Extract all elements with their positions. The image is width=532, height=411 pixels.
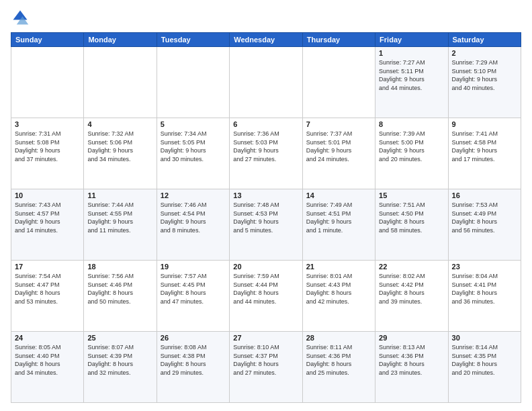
day-number: 3 — [15, 120, 80, 128]
day-info: Sunrise: 7:37 AM Sunset: 5:01 PM Dayligh… — [306, 130, 371, 163]
header-cell-saturday: Saturday — [448, 33, 521, 47]
header-cell-thursday: Thursday — [302, 33, 375, 47]
day-info: Sunrise: 8:10 AM Sunset: 4:37 PM Dayligh… — [233, 343, 298, 377]
calendar-week-5: 24Sunrise: 8:05 AM Sunset: 4:40 PM Dayli… — [11, 332, 521, 403]
day-info: Sunrise: 7:36 AM Sunset: 5:03 PM Dayligh… — [233, 130, 298, 163]
calendar-cell: 22Sunrise: 8:02 AM Sunset: 4:42 PM Dayli… — [375, 261, 448, 332]
day-number: 16 — [452, 191, 517, 199]
calendar-header: SundayMondayTuesdayWednesdayThursdayFrid… — [11, 33, 521, 47]
day-info: Sunrise: 7:31 AM Sunset: 5:08 PM Dayligh… — [15, 130, 80, 163]
day-info: Sunrise: 7:48 AM Sunset: 4:53 PM Dayligh… — [233, 201, 298, 234]
calendar-cell: 29Sunrise: 8:13 AM Sunset: 4:36 PM Dayli… — [375, 332, 448, 403]
day-number: 29 — [379, 334, 444, 342]
calendar-table: SundayMondayTuesdayWednesdayThursdayFrid… — [11, 32, 521, 403]
day-info: Sunrise: 7:34 AM Sunset: 5:05 PM Dayligh… — [161, 130, 226, 163]
calendar-cell: 11Sunrise: 7:44 AM Sunset: 4:55 PM Dayli… — [84, 189, 157, 261]
calendar-cell: 7Sunrise: 7:37 AM Sunset: 5:01 PM Daylig… — [302, 118, 375, 189]
calendar-cell: 10Sunrise: 7:43 AM Sunset: 4:57 PM Dayli… — [11, 189, 84, 261]
calendar-cell: 5Sunrise: 7:34 AM Sunset: 5:05 PM Daylig… — [157, 118, 229, 189]
day-number: 18 — [87, 263, 152, 271]
day-number: 13 — [233, 191, 298, 199]
calendar-cell: 17Sunrise: 7:54 AM Sunset: 4:47 PM Dayli… — [11, 261, 84, 332]
calendar-cell: 1Sunrise: 7:27 AM Sunset: 5:11 PM Daylig… — [375, 47, 448, 118]
calendar-cell — [157, 47, 229, 118]
header-cell-friday: Friday — [375, 33, 448, 47]
day-info: Sunrise: 8:13 AM Sunset: 4:36 PM Dayligh… — [379, 343, 444, 377]
calendar-week-4: 17Sunrise: 7:54 AM Sunset: 4:47 PM Dayli… — [11, 261, 521, 332]
day-number: 22 — [379, 263, 444, 271]
day-number: 9 — [452, 120, 517, 128]
header-cell-sunday: Sunday — [11, 33, 84, 47]
calendar-cell — [84, 47, 157, 118]
day-number: 4 — [87, 120, 152, 128]
day-info: Sunrise: 7:32 AM Sunset: 5:06 PM Dayligh… — [87, 130, 152, 163]
day-number: 20 — [233, 263, 298, 271]
day-info: Sunrise: 7:54 AM Sunset: 4:47 PM Dayligh… — [15, 272, 80, 306]
calendar-cell: 13Sunrise: 7:48 AM Sunset: 4:53 PM Dayli… — [230, 189, 302, 261]
day-info: Sunrise: 7:51 AM Sunset: 4:50 PM Dayligh… — [379, 201, 444, 234]
calendar-cell: 30Sunrise: 8:14 AM Sunset: 4:35 PM Dayli… — [448, 332, 521, 403]
header — [11, 8, 521, 27]
day-info: Sunrise: 8:05 AM Sunset: 4:40 PM Dayligh… — [15, 343, 80, 377]
logo — [11, 8, 32, 27]
calendar-cell: 20Sunrise: 7:59 AM Sunset: 4:44 PM Dayli… — [230, 261, 302, 332]
day-info: Sunrise: 7:39 AM Sunset: 5:00 PM Dayligh… — [379, 130, 444, 163]
day-number: 5 — [161, 120, 226, 128]
calendar-cell — [302, 47, 375, 118]
day-number: 10 — [15, 191, 80, 199]
day-info: Sunrise: 7:44 AM Sunset: 4:55 PM Dayligh… — [87, 201, 152, 234]
day-info: Sunrise: 7:43 AM Sunset: 4:57 PM Dayligh… — [15, 201, 80, 234]
day-info: Sunrise: 7:41 AM Sunset: 4:58 PM Dayligh… — [452, 130, 517, 163]
day-number: 2 — [452, 49, 517, 57]
calendar-cell: 9Sunrise: 7:41 AM Sunset: 4:58 PM Daylig… — [448, 118, 521, 189]
calendar-cell: 4Sunrise: 7:32 AM Sunset: 5:06 PM Daylig… — [84, 118, 157, 189]
calendar-cell: 28Sunrise: 8:11 AM Sunset: 4:36 PM Dayli… — [302, 332, 375, 403]
day-number: 12 — [161, 191, 226, 199]
calendar-cell: 23Sunrise: 8:04 AM Sunset: 4:41 PM Dayli… — [448, 261, 521, 332]
day-number: 27 — [233, 334, 298, 342]
calendar-cell: 24Sunrise: 8:05 AM Sunset: 4:40 PM Dayli… — [11, 332, 84, 403]
day-number: 23 — [452, 263, 517, 271]
calendar-cell: 26Sunrise: 8:08 AM Sunset: 4:38 PM Dayli… — [157, 332, 229, 403]
day-number: 8 — [379, 120, 444, 128]
day-info: Sunrise: 7:56 AM Sunset: 4:46 PM Dayligh… — [87, 272, 152, 306]
svg-marker-0 — [13, 11, 28, 20]
calendar-cell: 16Sunrise: 7:53 AM Sunset: 4:49 PM Dayli… — [448, 189, 521, 261]
day-number: 6 — [233, 120, 298, 128]
day-number: 19 — [161, 263, 226, 271]
day-number: 11 — [87, 191, 152, 199]
day-number: 26 — [161, 334, 226, 342]
calendar-week-3: 10Sunrise: 7:43 AM Sunset: 4:57 PM Dayli… — [11, 189, 521, 261]
day-info: Sunrise: 8:08 AM Sunset: 4:38 PM Dayligh… — [161, 343, 226, 377]
logo-icon — [11, 8, 30, 27]
header-cell-tuesday: Tuesday — [157, 33, 229, 47]
day-number: 28 — [306, 334, 371, 342]
day-info: Sunrise: 7:27 AM Sunset: 5:11 PM Dayligh… — [379, 58, 444, 92]
calendar-week-2: 3Sunrise: 7:31 AM Sunset: 5:08 PM Daylig… — [11, 118, 521, 189]
day-number: 17 — [15, 263, 80, 271]
day-info: Sunrise: 8:07 AM Sunset: 4:39 PM Dayligh… — [87, 343, 152, 377]
day-number: 30 — [452, 334, 517, 342]
header-cell-monday: Monday — [84, 33, 157, 47]
day-info: Sunrise: 7:29 AM Sunset: 5:10 PM Dayligh… — [452, 58, 517, 92]
calendar-cell: 6Sunrise: 7:36 AM Sunset: 5:03 PM Daylig… — [230, 118, 302, 189]
day-number: 24 — [15, 334, 80, 342]
calendar-cell — [11, 47, 84, 118]
day-number: 7 — [306, 120, 371, 128]
calendar-cell: 18Sunrise: 7:56 AM Sunset: 4:46 PM Dayli… — [84, 261, 157, 332]
day-info: Sunrise: 7:49 AM Sunset: 4:51 PM Dayligh… — [306, 201, 371, 234]
day-info: Sunrise: 7:57 AM Sunset: 4:45 PM Dayligh… — [161, 272, 226, 306]
calendar-cell: 2Sunrise: 7:29 AM Sunset: 5:10 PM Daylig… — [448, 47, 521, 118]
day-info: Sunrise: 8:01 AM Sunset: 4:43 PM Dayligh… — [306, 272, 371, 306]
calendar-cell: 14Sunrise: 7:49 AM Sunset: 4:51 PM Dayli… — [302, 189, 375, 261]
header-cell-wednesday: Wednesday — [230, 33, 302, 47]
day-info: Sunrise: 8:11 AM Sunset: 4:36 PM Dayligh… — [306, 343, 371, 377]
calendar-cell: 15Sunrise: 7:51 AM Sunset: 4:50 PM Dayli… — [375, 189, 448, 261]
day-number: 1 — [379, 49, 444, 57]
calendar-week-1: 1Sunrise: 7:27 AM Sunset: 5:11 PM Daylig… — [11, 47, 521, 118]
calendar-cell — [230, 47, 302, 118]
day-number: 15 — [379, 191, 444, 199]
day-number: 14 — [306, 191, 371, 199]
day-info: Sunrise: 7:46 AM Sunset: 4:54 PM Dayligh… — [161, 201, 226, 234]
calendar-cell: 19Sunrise: 7:57 AM Sunset: 4:45 PM Dayli… — [157, 261, 229, 332]
